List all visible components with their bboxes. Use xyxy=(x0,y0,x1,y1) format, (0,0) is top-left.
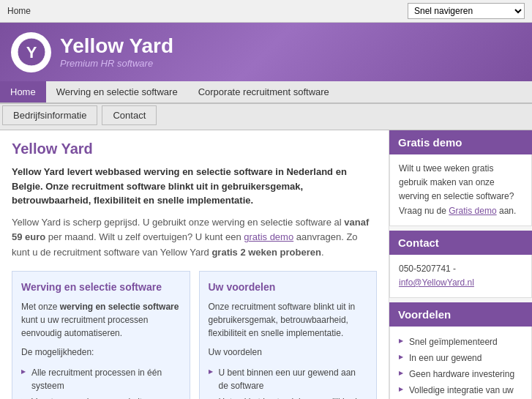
voordelen-item: In een uur gewend xyxy=(399,350,522,366)
sidebar-voordelen-block: Voordelen Snel geïmplementeerd In een uu… xyxy=(389,302,532,399)
intro-bold: Yellow Yard levert webbased werving en s… xyxy=(12,165,377,208)
box2-title: Uw voordelen xyxy=(209,280,368,295)
intro-trial: gratis 2 weken proberen xyxy=(211,247,321,258)
sidebar-demo-header: Gratis demo xyxy=(389,130,532,154)
demo-text-2: aan. xyxy=(497,206,517,216)
sidebar-voordelen-content: Snel geïmplementeerd In een uur gewend G… xyxy=(389,327,532,399)
home-link[interactable]: Home xyxy=(7,6,31,16)
demo-link[interactable]: Gratis demo xyxy=(449,206,496,216)
box1-intro-text: Met onze xyxy=(21,302,60,312)
logo-tagline: Premium HR software xyxy=(60,58,173,69)
voordelen-item: Volledige integratie van uw workflow xyxy=(399,382,522,399)
box1-bold: werving en selectie software xyxy=(60,302,179,312)
intro-text: Yellow Yard is scherp geprijsd. U gebrui… xyxy=(12,215,377,261)
box1-title: Werving en selectie software xyxy=(21,280,181,295)
nav-item-werving[interactable]: Werving en selectie software xyxy=(46,81,188,102)
main-content: Yellow Yard Yellow Yard levert webbased … xyxy=(0,130,389,399)
sub-nav-bedrijf[interactable]: Bedrijfsinformatie xyxy=(2,105,97,125)
box1-list: Alle recruitment processen in één systee… xyxy=(21,365,181,399)
box2-list: U bent binnen een uur gewend aan de soft… xyxy=(209,365,368,399)
nav-item-home[interactable]: Home xyxy=(0,81,46,102)
sidebar-demo-block: Gratis demo Wilt u twee weken gratis geb… xyxy=(389,130,532,226)
voordelen-item: Snel geïmplementeerd xyxy=(399,334,522,350)
svg-text:Y: Y xyxy=(26,43,37,61)
sidebar: Gratis demo Wilt u twee weken gratis geb… xyxy=(389,130,532,399)
intro-text-2: per maand. Wilt u zelf overtuigen? U kun… xyxy=(45,231,244,242)
box-werving: Werving en selectie software Met onze we… xyxy=(12,271,190,399)
nav-item-corporate[interactable]: Corporate recruitment software xyxy=(188,81,340,102)
top-bar: Home Snel navigerenHomeWerving en select… xyxy=(0,0,532,23)
box1-sub-label: De mogelijkheden: xyxy=(21,346,181,359)
list-item: Vacatures snel op uw website xyxy=(21,394,181,399)
intro-text-end: . xyxy=(321,247,324,258)
list-item: U bent binnen een uur gewend aan de soft… xyxy=(209,365,368,394)
content-wrapper: Yellow Yard Yellow Yard levert webbased … xyxy=(0,130,532,399)
logo-name: Yellow Yard xyxy=(60,35,173,58)
two-col: Werving en selectie software Met onze we… xyxy=(12,271,377,399)
nav-select-wrapper: Snel navigerenHomeWerving en selectie so… xyxy=(408,3,525,19)
box2-intro: Onze recruitment software blinkt uit in … xyxy=(209,300,368,340)
sub-nav: Bedrijfsinformatie Contact xyxy=(0,104,532,130)
intro-text-1: Yellow Yard is scherp geprijsd. U gebrui… xyxy=(12,217,344,228)
box-voordelen: Uw voordelen Onze recruitment software b… xyxy=(199,271,378,399)
logo-text: Yellow Yard Premium HR software xyxy=(60,35,173,69)
contact-email[interactable]: info@YellowYard.nl xyxy=(399,277,474,288)
list-item: Alle recruitment processen in één systee… xyxy=(21,365,181,394)
list-item: Het pakket kent unieke mogelijkheden xyxy=(209,394,368,399)
box2-sub-label: Uw voordelen xyxy=(209,346,368,359)
box1-cont: kunt u uw recruitment processen eenvoudi… xyxy=(21,315,148,338)
snel-navigeren-select[interactable]: Snel navigerenHomeWerving en selectie so… xyxy=(408,3,525,19)
sidebar-contact-content: 050-5207741 - info@YellowYard.nl xyxy=(389,255,532,298)
main-nav: Home Werving en selectie software Corpor… xyxy=(0,81,532,104)
logo-svg: Y xyxy=(17,37,46,67)
voordelen-list: Snel geïmplementeerd In een uur gewend G… xyxy=(399,334,522,399)
sub-nav-contact[interactable]: Contact xyxy=(102,105,157,125)
sidebar-contact-header: Contact xyxy=(389,231,532,255)
sidebar-contact-block: Contact 050-5207741 - info@YellowYard.nl xyxy=(389,231,532,298)
contact-phone: 050-5207741 - xyxy=(399,264,456,274)
page-title: Yellow Yard xyxy=(12,141,377,157)
site-header: Y Yellow Yard Premium HR software xyxy=(0,23,532,81)
box1-intro: Met onze werving en selectie software ku… xyxy=(21,300,181,340)
voordelen-item: Geen hardware investering xyxy=(399,366,522,382)
logo-icon: Y xyxy=(11,32,51,72)
sidebar-demo-content: Wilt u twee weken gratis gebruik maken v… xyxy=(389,154,532,226)
sidebar-voordelen-header: Voordelen xyxy=(389,302,532,327)
demo-link[interactable]: gratis demo xyxy=(244,231,293,242)
